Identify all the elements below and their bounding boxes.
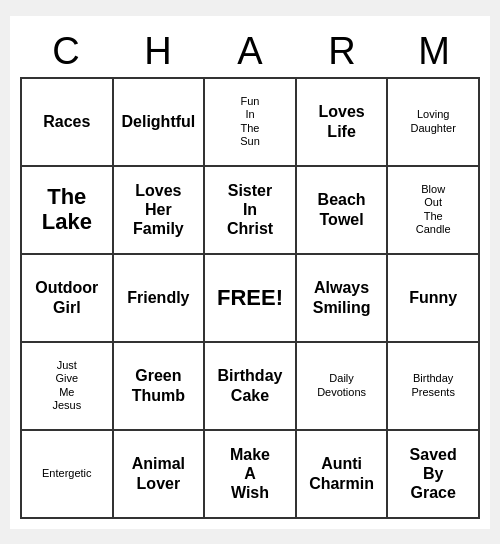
cell-text: Friendly xyxy=(127,288,189,307)
cell-text: Races xyxy=(43,112,90,131)
cell-text: LovingDaughter xyxy=(411,108,456,134)
bingo-cell: BirthdayPresents xyxy=(388,343,480,431)
bingo-cell: OutdoorGirl xyxy=(22,255,114,343)
bingo-cell: FREE! xyxy=(205,255,297,343)
bingo-cell: BirthdayCake xyxy=(205,343,297,431)
header-row: CHARM xyxy=(20,26,480,77)
cell-text: Entergetic xyxy=(42,467,92,480)
cell-text: DailyDevotions xyxy=(317,372,366,398)
cell-text: AnimalLover xyxy=(132,454,185,492)
header-letter: H xyxy=(112,26,204,77)
bingo-cell: BeachTowel xyxy=(297,167,389,255)
bingo-grid: RacesDelightfulFunInTheSunLovesLifeLovin… xyxy=(20,77,480,519)
cell-text: BlowOutTheCandle xyxy=(416,183,451,236)
bingo-cell: GreenThumb xyxy=(114,343,206,431)
cell-text: BirthdayCake xyxy=(218,366,283,404)
bingo-cell: DailyDevotions xyxy=(297,343,389,431)
cell-text: LovesLife xyxy=(318,102,364,140)
cell-text: BeachTowel xyxy=(318,190,366,228)
bingo-cell: BlowOutTheCandle xyxy=(388,167,480,255)
header-letter: A xyxy=(204,26,296,77)
bingo-cell: LovesHerFamily xyxy=(114,167,206,255)
bingo-cell: Delightful xyxy=(114,79,206,167)
cell-text: OutdoorGirl xyxy=(35,278,98,316)
cell-text: Delightful xyxy=(122,112,196,131)
cell-text: SavedByGrace xyxy=(410,445,457,503)
cell-text: SisterInChrist xyxy=(227,181,273,239)
cell-text: JustGiveMeJesus xyxy=(52,359,81,412)
bingo-cell: Entergetic xyxy=(22,431,114,519)
bingo-cell: Races xyxy=(22,79,114,167)
cell-text: LovesHerFamily xyxy=(133,181,184,239)
cell-text: FREE! xyxy=(217,285,283,311)
cell-text: Funny xyxy=(409,288,457,307)
bingo-cell: Funny xyxy=(388,255,480,343)
bingo-cell: TheLake xyxy=(22,167,114,255)
cell-text: BirthdayPresents xyxy=(411,372,454,398)
bingo-cell: Friendly xyxy=(114,255,206,343)
cell-text: TheLake xyxy=(42,185,92,233)
bingo-cell: LovingDaughter xyxy=(388,79,480,167)
cell-text: GreenThumb xyxy=(132,366,185,404)
bingo-cell: LovesLife xyxy=(297,79,389,167)
bingo-cell: AnimalLover xyxy=(114,431,206,519)
header-letter: C xyxy=(20,26,112,77)
header-letter: R xyxy=(296,26,388,77)
bingo-cell: AlwaysSmiling xyxy=(297,255,389,343)
cell-text: MakeAWish xyxy=(230,445,270,503)
cell-text: AlwaysSmiling xyxy=(313,278,371,316)
bingo-card: CHARM RacesDelightfulFunInTheSunLovesLif… xyxy=(10,16,490,529)
cell-text: FunInTheSun xyxy=(240,95,260,148)
bingo-cell: SisterInChrist xyxy=(205,167,297,255)
bingo-cell: SavedByGrace xyxy=(388,431,480,519)
bingo-cell: FunInTheSun xyxy=(205,79,297,167)
bingo-cell: JustGiveMeJesus xyxy=(22,343,114,431)
bingo-cell: AuntiCharmin xyxy=(297,431,389,519)
bingo-cell: MakeAWish xyxy=(205,431,297,519)
cell-text: AuntiCharmin xyxy=(309,454,374,492)
header-letter: M xyxy=(388,26,480,77)
